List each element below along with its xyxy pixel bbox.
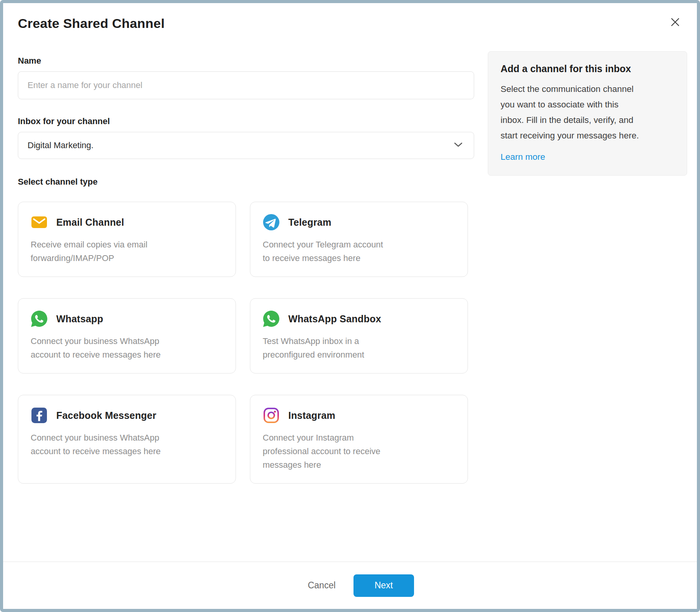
inbox-select[interactable]: Digital Marketing.	[18, 132, 474, 159]
cancel-button[interactable]: Cancel	[306, 577, 337, 594]
close-button[interactable]	[667, 15, 683, 30]
desc-line: Connect your business WhatsApp	[31, 431, 223, 444]
desc-line: Connect your Telegram account	[263, 238, 455, 251]
desc-line: messages here	[263, 458, 455, 472]
card-head: Email Channel	[31, 214, 223, 231]
close-icon	[670, 17, 681, 29]
card-title: Telegram	[288, 217, 331, 228]
desc-line: Test WhatsApp inbox in a	[263, 334, 455, 348]
card-description: Connect your Instagram professional acco…	[263, 431, 455, 472]
info-body-line: inbox. Fill in the details, verify, and	[501, 112, 674, 128]
card-description: Test WhatsApp inbox in a preconfigured e…	[263, 334, 455, 361]
desc-line: Connect your business WhatsApp	[31, 334, 223, 348]
card-title: Facebook Messenger	[56, 410, 156, 421]
info-panel: Add a channel for this inbox Select the …	[488, 51, 687, 176]
info-body-line: start receiving your messages here.	[501, 128, 674, 143]
card-head: Facebook Messenger	[31, 407, 223, 424]
channel-card-instagram[interactable]: Instagram Connect your Instagram profess…	[250, 395, 468, 484]
card-title: Email Channel	[56, 217, 124, 228]
channel-card-grid: Email Channel Receive email copies via e…	[18, 202, 474, 484]
card-title: Whatsapp	[56, 313, 103, 325]
next-button[interactable]: Next	[353, 574, 414, 597]
desc-line: account to receive messages here	[31, 444, 223, 458]
channel-card-whatsapp[interactable]: Whatsapp Connect your business WhatsApp …	[18, 298, 236, 373]
card-head: Whatsapp	[31, 310, 223, 327]
info-panel-heading: Add a channel for this inbox	[501, 63, 674, 74]
info-body-line: you want to associate with this	[501, 97, 674, 112]
desc-line: professional account to receive	[263, 444, 455, 458]
channel-card-facebook-messenger[interactable]: Facebook Messenger Connect your business…	[18, 395, 236, 484]
desc-line: account to receive messages here	[31, 348, 223, 361]
channel-card-email[interactable]: Email Channel Receive email copies via e…	[18, 202, 236, 277]
email-icon	[31, 214, 48, 231]
desc-line: Receive email copies via email	[31, 238, 223, 251]
desc-line: to receive messages here	[263, 251, 455, 265]
channel-card-whatsapp-sandbox[interactable]: WhatsApp Sandbox Test WhatsApp inbox in …	[250, 298, 468, 373]
card-head: Telegram	[263, 214, 455, 231]
instagram-icon	[263, 407, 280, 424]
card-description: Connect your business WhatsApp account t…	[31, 334, 223, 361]
facebook-icon	[31, 407, 48, 424]
card-head: WhatsApp Sandbox	[263, 310, 455, 327]
desc-line: preconfigured environment	[263, 348, 455, 361]
card-description: Connect your business WhatsApp account t…	[31, 431, 223, 458]
channel-name-input[interactable]	[18, 71, 474, 99]
card-title: WhatsApp Sandbox	[288, 313, 381, 325]
card-title: Instagram	[288, 410, 335, 421]
desc-line: forwarding/IMAP/POP	[31, 251, 223, 265]
inbox-label: Inbox for your channel	[18, 116, 474, 126]
name-label: Name	[18, 56, 474, 66]
info-body-line: Select the communication channel	[501, 81, 674, 97]
telegram-icon	[263, 214, 280, 231]
channel-card-telegram[interactable]: Telegram Connect your Telegram account t…	[250, 202, 468, 277]
whatsapp-icon	[31, 310, 48, 327]
inbox-selected-value: Digital Marketing.	[28, 140, 94, 150]
desc-line: Connect your Instagram	[263, 431, 455, 444]
main-form: Name Inbox for your channel Digital Mark…	[18, 3, 474, 484]
whatsapp-sandbox-icon	[263, 310, 280, 327]
chevron-down-icon	[454, 142, 463, 149]
learn-more-link[interactable]: Learn more	[501, 152, 545, 162]
info-panel-body: Select the communication channel you wan…	[501, 81, 674, 143]
card-head: Instagram	[263, 407, 455, 424]
channel-type-label: Select channel type	[18, 177, 474, 187]
card-description: Connect your Telegram account to receive…	[263, 238, 455, 265]
dialog-footer: Cancel Next	[3, 562, 697, 609]
card-description: Receive email copies via email forwardin…	[31, 238, 223, 265]
footer-buttons: Cancel Next	[306, 574, 414, 597]
create-shared-channel-dialog: Create Shared Channel Name Inbox for you…	[0, 0, 700, 612]
